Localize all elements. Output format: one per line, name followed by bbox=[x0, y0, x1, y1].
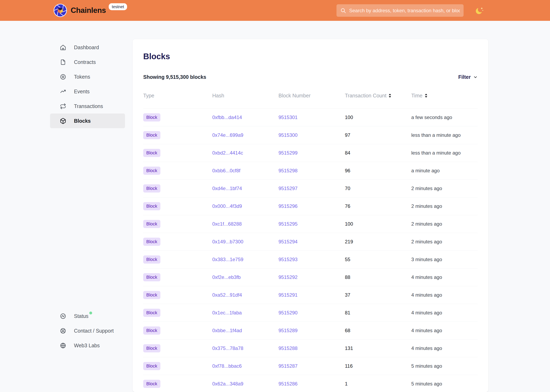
sidebar-item-contracts[interactable]: Contracts bbox=[50, 55, 125, 70]
block-number-link[interactable]: 9515297 bbox=[279, 186, 298, 191]
table-row: Block0xf78...bbac695152871165 minutes ag… bbox=[143, 357, 478, 375]
sidebar-item-tokens[interactable]: Tokens bbox=[50, 70, 125, 84]
block-hash-link[interactable]: 0x1ec...1faba bbox=[212, 310, 242, 315]
page-title: Blocks bbox=[143, 52, 478, 61]
search-icon bbox=[340, 7, 346, 14]
sidebar-item-events[interactable]: Events bbox=[50, 84, 125, 99]
support-icon bbox=[60, 328, 66, 334]
block-time: less than a minute ago bbox=[411, 132, 478, 138]
home-icon bbox=[60, 44, 66, 51]
status-icon bbox=[60, 313, 66, 319]
sidebar-item-dashboard[interactable]: Dashboard bbox=[50, 40, 125, 55]
block-number-link[interactable]: 9515294 bbox=[279, 239, 298, 244]
block-number-link[interactable]: 9515300 bbox=[279, 132, 298, 138]
sidebar-item-label: Blocks bbox=[74, 118, 91, 124]
block-number-link[interactable]: 9515286 bbox=[279, 381, 298, 386]
sidebar-item-blocks[interactable]: Blocks bbox=[50, 113, 125, 128]
sidebar-item-web3-labs[interactable]: Web3 Labs bbox=[50, 338, 125, 353]
block-hash-link[interactable]: 0xc1f...68288 bbox=[212, 221, 242, 227]
network-badge: testnet bbox=[109, 3, 127, 10]
sidebar-item-label: Events bbox=[74, 89, 89, 95]
transaction-count: 70 bbox=[345, 186, 411, 191]
block-hash-link[interactable]: 0xd4e...1bf74 bbox=[212, 186, 242, 191]
block-hash-link[interactable]: 0x383...1e759 bbox=[212, 257, 243, 262]
filter-button[interactable]: Filter bbox=[458, 74, 478, 80]
block-number-link[interactable]: 9515299 bbox=[279, 150, 298, 156]
column-header-hash: Hash bbox=[212, 93, 279, 99]
search-box[interactable] bbox=[336, 4, 464, 17]
block-number-link[interactable]: 9515298 bbox=[279, 168, 298, 173]
block-type-badge: Block bbox=[143, 202, 160, 210]
transaction-count: 76 bbox=[345, 203, 411, 209]
sidebar-item-label: Tokens bbox=[74, 74, 90, 80]
block-number-link[interactable]: 9515290 bbox=[279, 310, 298, 315]
block-number-link[interactable]: 9515295 bbox=[279, 221, 298, 227]
block-time: a minute ago bbox=[411, 168, 478, 174]
chevron-down-icon bbox=[473, 75, 478, 79]
table-row: Block0x149...b730095152942192 minutes ag… bbox=[143, 233, 478, 251]
status-online-dot bbox=[89, 312, 92, 315]
block-hash-link[interactable]: 0x375...78a78 bbox=[212, 345, 243, 351]
block-hash-link[interactable]: 0x000...4f3d9 bbox=[212, 203, 242, 209]
events-icon bbox=[60, 88, 66, 95]
table-row: Block0xbbe...1f4ad9515289684 minutes ago bbox=[143, 322, 478, 340]
block-type-badge: Block bbox=[143, 184, 160, 193]
block-number-link[interactable]: 9515296 bbox=[279, 203, 298, 209]
block-time: 2 minutes ago bbox=[411, 186, 478, 191]
column-header-time[interactable]: Time bbox=[411, 93, 478, 99]
table-row: Block0xf2e...eb3fb9515292884 minutes ago bbox=[143, 268, 478, 286]
block-hash-link[interactable]: 0xbd2...4414c bbox=[212, 150, 243, 156]
sidebar-footer-nav: Status Contact / Support Web3 Labs bbox=[50, 309, 125, 353]
transaction-count: 96 bbox=[345, 168, 411, 174]
dark-mode-toggle[interactable] bbox=[474, 6, 484, 15]
block-type-badge: Block bbox=[143, 309, 160, 317]
brand-name: Chainlens bbox=[71, 6, 106, 15]
table-row: Block0x74e...699a9951530097less than a m… bbox=[143, 126, 478, 144]
block-hash-link[interactable]: 0xbb6...0cf8f bbox=[212, 168, 240, 173]
chainlens-logo-icon bbox=[54, 4, 67, 17]
column-header-transaction-count[interactable]: Transaction Count bbox=[345, 93, 411, 99]
block-number-link[interactable]: 9515291 bbox=[279, 292, 298, 298]
block-number-link[interactable]: 9515293 bbox=[279, 257, 298, 262]
block-hash-link[interactable]: 0x74e...699a9 bbox=[212, 132, 243, 138]
sidebar-item-label: Contact / Support bbox=[74, 328, 114, 334]
block-time: 3 minutes ago bbox=[411, 257, 478, 262]
block-number-link[interactable]: 9515292 bbox=[279, 274, 298, 280]
globe-icon bbox=[60, 342, 66, 349]
block-hash-link[interactable]: 0xf2e...eb3fb bbox=[212, 274, 241, 280]
block-hash-link[interactable]: 0x149...b7300 bbox=[212, 239, 243, 244]
column-header-block-number: Block Number bbox=[279, 93, 345, 99]
block-type-badge: Block bbox=[143, 273, 160, 281]
transaction-count: 1 bbox=[345, 381, 411, 387]
column-header-type: Type bbox=[143, 93, 212, 99]
sidebar-item-label: Dashboard bbox=[74, 44, 99, 50]
block-type-badge: Block bbox=[143, 238, 160, 246]
block-hash-link[interactable]: 0xf78...bbac6 bbox=[212, 363, 242, 369]
sidebar-item-transactions[interactable]: Transactions bbox=[50, 99, 125, 113]
block-hash-link[interactable]: 0x62a...348a9 bbox=[212, 381, 243, 386]
sidebar-item-contact-support[interactable]: Contact / Support bbox=[50, 323, 125, 338]
block-number-link[interactable]: 9515287 bbox=[279, 363, 298, 369]
transaction-count: 68 bbox=[345, 328, 411, 333]
sidebar-item-status[interactable]: Status bbox=[50, 309, 125, 323]
block-number-link[interactable]: 9515301 bbox=[279, 115, 298, 120]
brand[interactable]: Chainlens testnet bbox=[54, 0, 127, 21]
search-input[interactable] bbox=[349, 8, 460, 14]
block-hash-link[interactable]: 0xa52...91df4 bbox=[212, 292, 242, 298]
block-time: less than a minute ago bbox=[411, 150, 478, 156]
blocks-table: Type Hash Block Number Transaction Count… bbox=[143, 93, 478, 392]
block-number-link[interactable]: 9515288 bbox=[279, 345, 298, 351]
sidebar-item-label: Transactions bbox=[74, 103, 103, 109]
block-type-badge: Block bbox=[143, 131, 160, 139]
block-time: 5 minutes ago bbox=[411, 381, 478, 387]
table-row: Block0x000...4f3d99515296762 minutes ago bbox=[143, 197, 478, 215]
block-time: 5 minutes ago bbox=[411, 363, 478, 369]
block-hash-link[interactable]: 0xbbe...1f4ad bbox=[212, 328, 242, 333]
table-row: Block0x375...78a7895152881314 minutes ag… bbox=[143, 340, 478, 357]
transaction-count: 55 bbox=[345, 257, 411, 262]
block-hash-link[interactable]: 0xfbb...da414 bbox=[212, 115, 242, 120]
table-row: Block0xa52...91df49515291374 minutes ago bbox=[143, 286, 478, 304]
table-row: Block0xbb6...0cf8f951529896a minute ago bbox=[143, 162, 478, 180]
block-time: 2 minutes ago bbox=[411, 221, 478, 227]
block-number-link[interactable]: 9515289 bbox=[279, 328, 298, 333]
